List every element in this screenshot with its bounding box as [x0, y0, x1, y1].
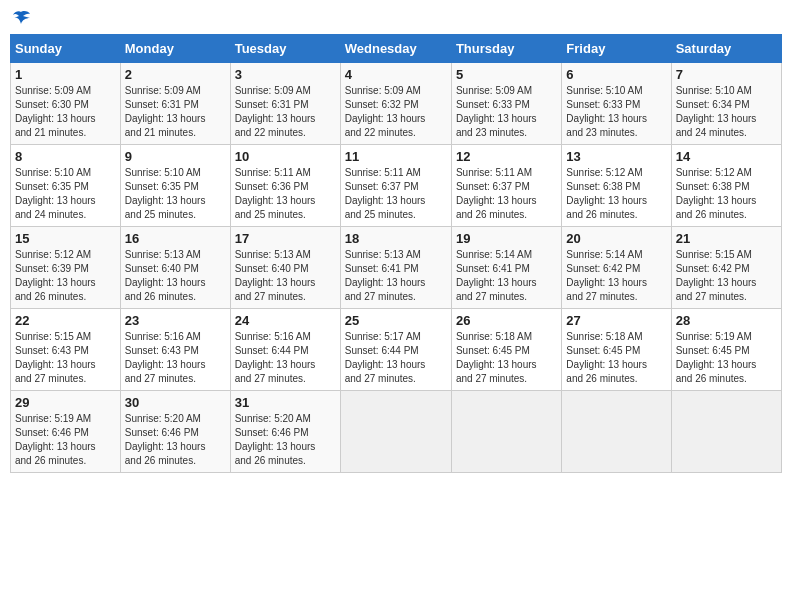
- day-info: Sunrise: 5:15 AM Sunset: 6:43 PM Dayligh…: [15, 330, 116, 386]
- day-number: 16: [125, 231, 226, 246]
- day-number: 18: [345, 231, 447, 246]
- day-info: Sunrise: 5:12 AM Sunset: 6:39 PM Dayligh…: [15, 248, 116, 304]
- calendar-day-cell: [451, 391, 561, 473]
- weekday-header-cell: Monday: [120, 35, 230, 63]
- day-info: Sunrise: 5:09 AM Sunset: 6:31 PM Dayligh…: [235, 84, 336, 140]
- calendar-week-row: 1Sunrise: 5:09 AM Sunset: 6:30 PM Daylig…: [11, 63, 782, 145]
- day-number: 8: [15, 149, 116, 164]
- day-info: Sunrise: 5:11 AM Sunset: 6:37 PM Dayligh…: [456, 166, 557, 222]
- page-header: [10, 10, 782, 28]
- calendar-day-cell: 27Sunrise: 5:18 AM Sunset: 6:45 PM Dayli…: [562, 309, 671, 391]
- day-info: Sunrise: 5:16 AM Sunset: 6:44 PM Dayligh…: [235, 330, 336, 386]
- day-number: 7: [676, 67, 777, 82]
- calendar-day-cell: 19Sunrise: 5:14 AM Sunset: 6:41 PM Dayli…: [451, 227, 561, 309]
- calendar-week-row: 29Sunrise: 5:19 AM Sunset: 6:46 PM Dayli…: [11, 391, 782, 473]
- day-number: 9: [125, 149, 226, 164]
- calendar-day-cell: 6Sunrise: 5:10 AM Sunset: 6:33 PM Daylig…: [562, 63, 671, 145]
- day-info: Sunrise: 5:18 AM Sunset: 6:45 PM Dayligh…: [456, 330, 557, 386]
- day-info: Sunrise: 5:14 AM Sunset: 6:41 PM Dayligh…: [456, 248, 557, 304]
- weekday-header-cell: Thursday: [451, 35, 561, 63]
- day-info: Sunrise: 5:11 AM Sunset: 6:37 PM Dayligh…: [345, 166, 447, 222]
- day-number: 25: [345, 313, 447, 328]
- day-number: 6: [566, 67, 666, 82]
- calendar-day-cell: 13Sunrise: 5:12 AM Sunset: 6:38 PM Dayli…: [562, 145, 671, 227]
- day-number: 2: [125, 67, 226, 82]
- day-info: Sunrise: 5:17 AM Sunset: 6:44 PM Dayligh…: [345, 330, 447, 386]
- day-info: Sunrise: 5:09 AM Sunset: 6:30 PM Dayligh…: [15, 84, 116, 140]
- calendar-day-cell: 31Sunrise: 5:20 AM Sunset: 6:46 PM Dayli…: [230, 391, 340, 473]
- calendar-week-row: 22Sunrise: 5:15 AM Sunset: 6:43 PM Dayli…: [11, 309, 782, 391]
- day-number: 5: [456, 67, 557, 82]
- day-info: Sunrise: 5:10 AM Sunset: 6:33 PM Dayligh…: [566, 84, 666, 140]
- weekday-header-cell: Wednesday: [340, 35, 451, 63]
- day-number: 28: [676, 313, 777, 328]
- day-number: 17: [235, 231, 336, 246]
- day-info: Sunrise: 5:10 AM Sunset: 6:35 PM Dayligh…: [15, 166, 116, 222]
- calendar-day-cell: 26Sunrise: 5:18 AM Sunset: 6:45 PM Dayli…: [451, 309, 561, 391]
- day-number: 10: [235, 149, 336, 164]
- day-info: Sunrise: 5:10 AM Sunset: 6:34 PM Dayligh…: [676, 84, 777, 140]
- calendar-day-cell: [562, 391, 671, 473]
- day-number: 1: [15, 67, 116, 82]
- day-info: Sunrise: 5:14 AM Sunset: 6:42 PM Dayligh…: [566, 248, 666, 304]
- calendar-week-row: 15Sunrise: 5:12 AM Sunset: 6:39 PM Dayli…: [11, 227, 782, 309]
- calendar-day-cell: 30Sunrise: 5:20 AM Sunset: 6:46 PM Dayli…: [120, 391, 230, 473]
- day-info: Sunrise: 5:09 AM Sunset: 6:33 PM Dayligh…: [456, 84, 557, 140]
- day-info: Sunrise: 5:20 AM Sunset: 6:46 PM Dayligh…: [125, 412, 226, 468]
- day-number: 24: [235, 313, 336, 328]
- day-number: 29: [15, 395, 116, 410]
- calendar-day-cell: 23Sunrise: 5:16 AM Sunset: 6:43 PM Dayli…: [120, 309, 230, 391]
- weekday-header-cell: Tuesday: [230, 35, 340, 63]
- day-number: 30: [125, 395, 226, 410]
- calendar-day-cell: 10Sunrise: 5:11 AM Sunset: 6:36 PM Dayli…: [230, 145, 340, 227]
- calendar-day-cell: 11Sunrise: 5:11 AM Sunset: 6:37 PM Dayli…: [340, 145, 451, 227]
- calendar-day-cell: 5Sunrise: 5:09 AM Sunset: 6:33 PM Daylig…: [451, 63, 561, 145]
- weekday-header-cell: Friday: [562, 35, 671, 63]
- day-info: Sunrise: 5:13 AM Sunset: 6:40 PM Dayligh…: [125, 248, 226, 304]
- day-number: 14: [676, 149, 777, 164]
- calendar-day-cell: 7Sunrise: 5:10 AM Sunset: 6:34 PM Daylig…: [671, 63, 781, 145]
- day-number: 12: [456, 149, 557, 164]
- calendar-day-cell: 3Sunrise: 5:09 AM Sunset: 6:31 PM Daylig…: [230, 63, 340, 145]
- day-info: Sunrise: 5:15 AM Sunset: 6:42 PM Dayligh…: [676, 248, 777, 304]
- day-info: Sunrise: 5:18 AM Sunset: 6:45 PM Dayligh…: [566, 330, 666, 386]
- calendar-day-cell: 16Sunrise: 5:13 AM Sunset: 6:40 PM Dayli…: [120, 227, 230, 309]
- calendar-day-cell: 28Sunrise: 5:19 AM Sunset: 6:45 PM Dayli…: [671, 309, 781, 391]
- day-number: 3: [235, 67, 336, 82]
- calendar-week-row: 8Sunrise: 5:10 AM Sunset: 6:35 PM Daylig…: [11, 145, 782, 227]
- weekday-header-row: SundayMondayTuesdayWednesdayThursdayFrid…: [11, 35, 782, 63]
- logo-bird-icon: [11, 10, 31, 28]
- day-number: 21: [676, 231, 777, 246]
- day-info: Sunrise: 5:19 AM Sunset: 6:45 PM Dayligh…: [676, 330, 777, 386]
- calendar-day-cell: 9Sunrise: 5:10 AM Sunset: 6:35 PM Daylig…: [120, 145, 230, 227]
- day-number: 13: [566, 149, 666, 164]
- calendar-day-cell: [340, 391, 451, 473]
- calendar-day-cell: 18Sunrise: 5:13 AM Sunset: 6:41 PM Dayli…: [340, 227, 451, 309]
- day-info: Sunrise: 5:13 AM Sunset: 6:41 PM Dayligh…: [345, 248, 447, 304]
- day-number: 15: [15, 231, 116, 246]
- day-info: Sunrise: 5:09 AM Sunset: 6:32 PM Dayligh…: [345, 84, 447, 140]
- day-number: 11: [345, 149, 447, 164]
- day-info: Sunrise: 5:12 AM Sunset: 6:38 PM Dayligh…: [566, 166, 666, 222]
- day-info: Sunrise: 5:12 AM Sunset: 6:38 PM Dayligh…: [676, 166, 777, 222]
- calendar-table: SundayMondayTuesdayWednesdayThursdayFrid…: [10, 34, 782, 473]
- day-info: Sunrise: 5:19 AM Sunset: 6:46 PM Dayligh…: [15, 412, 116, 468]
- day-number: 19: [456, 231, 557, 246]
- calendar-day-cell: 8Sunrise: 5:10 AM Sunset: 6:35 PM Daylig…: [11, 145, 121, 227]
- day-number: 31: [235, 395, 336, 410]
- weekday-header-cell: Sunday: [11, 35, 121, 63]
- day-info: Sunrise: 5:13 AM Sunset: 6:40 PM Dayligh…: [235, 248, 336, 304]
- calendar-day-cell: 29Sunrise: 5:19 AM Sunset: 6:46 PM Dayli…: [11, 391, 121, 473]
- day-number: 4: [345, 67, 447, 82]
- calendar-day-cell: 25Sunrise: 5:17 AM Sunset: 6:44 PM Dayli…: [340, 309, 451, 391]
- calendar-day-cell: 15Sunrise: 5:12 AM Sunset: 6:39 PM Dayli…: [11, 227, 121, 309]
- day-info: Sunrise: 5:10 AM Sunset: 6:35 PM Dayligh…: [125, 166, 226, 222]
- day-info: Sunrise: 5:20 AM Sunset: 6:46 PM Dayligh…: [235, 412, 336, 468]
- calendar-day-cell: 24Sunrise: 5:16 AM Sunset: 6:44 PM Dayli…: [230, 309, 340, 391]
- day-info: Sunrise: 5:16 AM Sunset: 6:43 PM Dayligh…: [125, 330, 226, 386]
- weekday-header-cell: Saturday: [671, 35, 781, 63]
- calendar-day-cell: 2Sunrise: 5:09 AM Sunset: 6:31 PM Daylig…: [120, 63, 230, 145]
- calendar-day-cell: 17Sunrise: 5:13 AM Sunset: 6:40 PM Dayli…: [230, 227, 340, 309]
- day-number: 27: [566, 313, 666, 328]
- calendar-day-cell: 1Sunrise: 5:09 AM Sunset: 6:30 PM Daylig…: [11, 63, 121, 145]
